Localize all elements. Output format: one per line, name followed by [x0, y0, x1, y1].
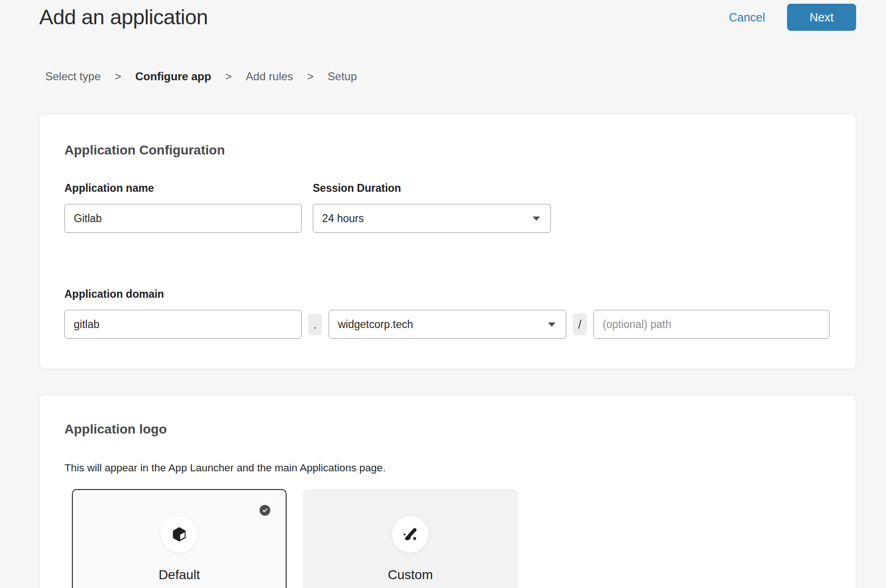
cancel-button[interactable]: Cancel: [729, 11, 765, 24]
page-header: Add an application Cancel Next: [39, 0, 856, 30]
selected-check-icon: [260, 505, 270, 516]
name-session-row: 24 hours: [64, 204, 831, 233]
breadcrumb-separator: >: [115, 70, 121, 83]
logo-option-label: Custom: [388, 567, 433, 583]
breadcrumb-step-setup[interactable]: Setup: [328, 70, 357, 83]
dot-separator: .: [308, 314, 322, 335]
application-name-label: Application name: [64, 182, 302, 195]
breadcrumb-step-configure-app[interactable]: Configure app: [135, 70, 211, 83]
session-duration-value: 24 hours: [322, 212, 364, 225]
session-duration-label: Session Duration: [313, 182, 401, 195]
breadcrumb-separator: >: [307, 70, 314, 83]
breadcrumb: Select type > Configure app > Add rules …: [45, 70, 856, 83]
page-title: Add an application: [39, 5, 208, 29]
application-logo-heading: Application logo: [64, 421, 831, 437]
application-configuration-card: Application Configuration Application na…: [39, 114, 856, 369]
chevron-down-icon: [533, 217, 540, 221]
session-duration-select[interactable]: 24 hours: [313, 204, 551, 233]
slash-separator: /: [573, 314, 587, 335]
application-logo-description: This will appear in the App Launcher and…: [64, 462, 831, 474]
subdomain-input[interactable]: [64, 310, 302, 339]
application-domain-row: . widgetcorp.tech /: [64, 310, 831, 339]
header-actions: Cancel Next: [729, 4, 856, 31]
application-logo-card: Application logo This will appear in the…: [39, 395, 856, 588]
add-application-page: Add an application Cancel Next Select ty…: [0, 0, 886, 588]
labels-row: Application name Session Duration: [64, 182, 831, 195]
domain-select[interactable]: widgetcorp.tech: [329, 310, 566, 339]
breadcrumb-separator: >: [225, 70, 232, 83]
logo-option-label: Default: [159, 567, 200, 583]
logo-option-default[interactable]: Default: [72, 489, 287, 588]
breadcrumb-step-select-type[interactable]: Select type: [45, 70, 101, 83]
logo-options-row: Default Custom: [72, 489, 831, 588]
application-configuration-heading: Application Configuration: [64, 142, 831, 158]
application-domain-label: Application domain: [64, 287, 831, 301]
paintbrush-icon: [392, 516, 429, 553]
path-input[interactable]: [593, 310, 830, 339]
cube-icon: [161, 516, 197, 553]
next-button[interactable]: Next: [787, 4, 856, 31]
domain-value: widgetcorp.tech: [338, 318, 413, 331]
chevron-down-icon: [548, 322, 556, 327]
application-name-input[interactable]: [64, 204, 302, 233]
breadcrumb-step-add-rules[interactable]: Add rules: [246, 70, 293, 83]
logo-option-custom[interactable]: Custom: [303, 489, 518, 588]
